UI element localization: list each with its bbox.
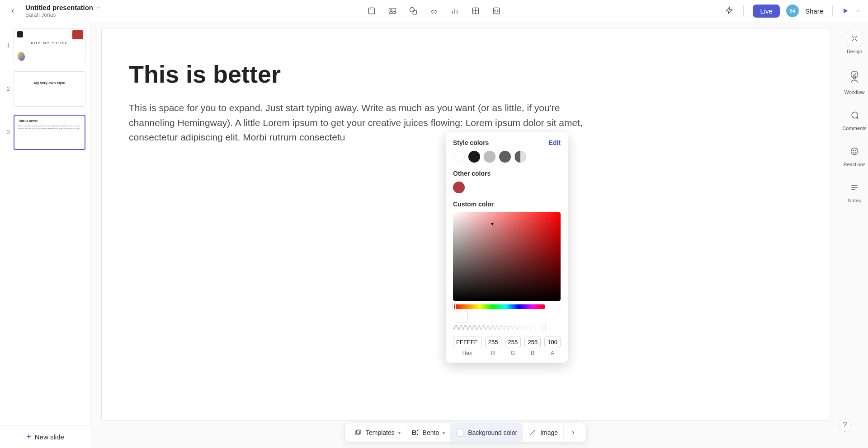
style-swatches xyxy=(453,151,561,163)
a-label: A xyxy=(551,350,554,356)
notes-icon xyxy=(847,180,862,195)
g-input[interactable] xyxy=(505,336,521,348)
workflow-button[interactable]: Workflow xyxy=(844,67,864,95)
color-picker-popover: Style colors Edit Other colors Custom co… xyxy=(446,132,568,363)
top-bar: Untitled presentation Sarah Jonas Live 8… xyxy=(0,0,868,22)
help-label: ? xyxy=(843,421,847,429)
design-button[interactable]: Design xyxy=(847,31,862,54)
insert-template-icon[interactable] xyxy=(367,6,377,16)
templates-button[interactable]: Templates ▾ xyxy=(349,423,406,442)
g-label: G xyxy=(511,350,515,356)
title-dropdown-icon[interactable] xyxy=(96,5,101,10)
chevron-down-icon: ▾ xyxy=(398,430,401,435)
present-button[interactable] xyxy=(842,7,849,14)
bolt-icon[interactable] xyxy=(725,6,734,15)
bento-button[interactable]: B⁚ Bento ▾ xyxy=(406,423,451,442)
notes-label: Notes xyxy=(848,198,861,203)
comments-button[interactable]: Comments xyxy=(842,107,866,131)
canvas-wrap: This is better This is space for you to … xyxy=(90,22,841,448)
thumb1-hero-image xyxy=(72,30,83,39)
svg-rect-15 xyxy=(355,431,359,434)
color-preview-swatch xyxy=(456,311,467,322)
live-button[interactable]: Live xyxy=(753,5,780,18)
b-input[interactable] xyxy=(524,336,541,348)
background-color-button[interactable]: Background color xyxy=(451,423,523,442)
thumbnail-rail: 1 BUY MY STUFF 2 My very own style 3 Thi… xyxy=(0,22,90,448)
swatch-light-gray[interactable] xyxy=(484,151,495,163)
insert-embed-icon[interactable] xyxy=(491,6,501,16)
insert-chart-icon[interactable] xyxy=(450,6,460,16)
share-button[interactable]: Share xyxy=(805,7,823,15)
thumbnail-1[interactable]: BUY MY STUFF xyxy=(14,28,85,63)
hue-slider[interactable] xyxy=(453,304,545,309)
style-colors-label: Style colors xyxy=(453,139,489,146)
presentation-title[interactable]: Untitled presentation xyxy=(25,4,93,12)
thumbnail-2[interactable]: My very own style xyxy=(14,71,85,107)
swatch-dark-gray[interactable] xyxy=(499,151,511,163)
present-dropdown-icon[interactable] xyxy=(855,8,861,14)
image-label: Image xyxy=(540,429,558,436)
b-label: B xyxy=(531,350,534,356)
r-label: R xyxy=(491,350,495,356)
alpha-thumb[interactable] xyxy=(542,324,545,331)
hex-label: Hex xyxy=(462,350,472,356)
reactions-icon xyxy=(847,144,862,159)
thumbnail-3[interactable]: This is better This is space for you to … xyxy=(14,115,85,150)
new-slide-button[interactable]: + New slide xyxy=(0,425,90,448)
notes-button[interactable]: Notes xyxy=(847,180,862,203)
swatch-split-gray[interactable] xyxy=(514,151,526,163)
divider xyxy=(832,5,833,16)
insert-shape-icon[interactable] xyxy=(408,6,418,16)
reactions-button[interactable]: Reactions xyxy=(844,144,866,167)
svg-point-4 xyxy=(410,8,415,12)
author-name: Sarah Jonas xyxy=(25,12,101,18)
swatch-black[interactable] xyxy=(468,151,480,163)
r-input[interactable] xyxy=(485,336,501,348)
reactions-label: Reactions xyxy=(844,162,866,167)
image-button[interactable]: Image xyxy=(523,423,564,442)
bento-label: Bento xyxy=(423,429,439,436)
background-color-label: Background color xyxy=(468,429,517,436)
sv-cursor-icon xyxy=(491,226,497,232)
alpha-slider[interactable] xyxy=(453,325,545,330)
avatar[interactable]: 84 xyxy=(786,5,799,17)
thumb-number: 3 xyxy=(5,129,10,135)
thumb1-blob xyxy=(18,52,25,61)
chevron-right-icon xyxy=(569,429,577,437)
bento-icon: B⁚ xyxy=(412,429,419,437)
insert-toolbar xyxy=(367,6,501,16)
divider xyxy=(743,5,744,16)
insert-table-icon[interactable] xyxy=(471,6,481,16)
svg-point-20 xyxy=(851,148,858,155)
thumb-number: 1 xyxy=(5,42,10,49)
workflow-label: Workflow xyxy=(844,89,864,95)
back-button[interactable] xyxy=(7,5,18,16)
thumb-number: 2 xyxy=(5,86,10,92)
a-input[interactable] xyxy=(544,336,561,348)
edit-colors-link[interactable]: Edit xyxy=(549,139,561,146)
swatch-red[interactable] xyxy=(453,182,465,193)
image-slash-icon xyxy=(528,429,537,437)
slide-title[interactable]: This is better xyxy=(129,60,802,88)
svg-line-17 xyxy=(530,430,535,435)
hue-thumb[interactable] xyxy=(453,303,456,310)
toolbar-next-button[interactable] xyxy=(564,423,583,442)
insert-draw-icon[interactable] xyxy=(429,6,439,16)
background-swatch-icon xyxy=(456,429,464,437)
saturation-value-field[interactable] xyxy=(453,212,561,301)
comments-icon xyxy=(847,107,862,123)
swatch-white[interactable] xyxy=(453,151,465,163)
help-button[interactable]: ? xyxy=(838,418,852,432)
thumb1-title: BUY MY STUFF xyxy=(14,41,85,45)
templates-icon xyxy=(354,429,362,437)
design-icon xyxy=(847,31,862,46)
svg-point-21 xyxy=(853,150,854,151)
thumb3-title: This is better xyxy=(18,119,38,122)
top-right-controls: Live 84 Share xyxy=(725,5,861,18)
hex-input[interactable] xyxy=(453,336,481,348)
insert-image-icon[interactable] xyxy=(387,6,397,16)
thumb2-title: My very own style xyxy=(14,81,85,85)
right-tool-rail: Design Workflow Comments Reactions Notes xyxy=(841,22,868,448)
svg-marker-14 xyxy=(844,9,848,14)
plus-icon: + xyxy=(26,432,31,442)
